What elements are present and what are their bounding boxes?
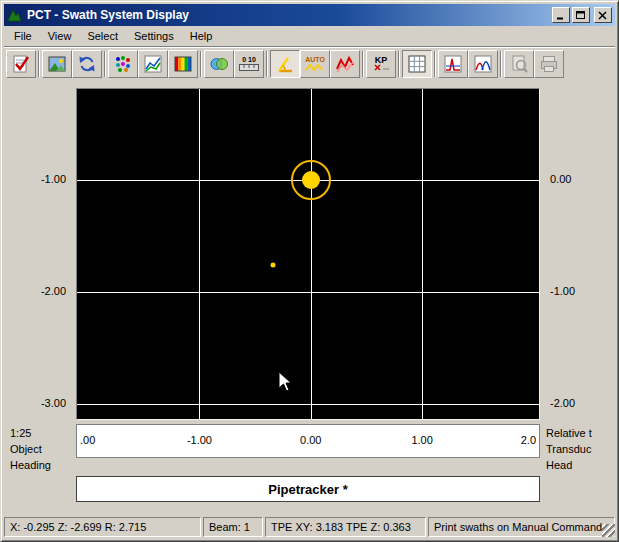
y-tick-label-left: -2.00 bbox=[41, 285, 66, 297]
x-tick-label: 2.0 bbox=[521, 434, 536, 446]
y-tick-label-right: 0.00 bbox=[550, 173, 571, 185]
close-button[interactable] bbox=[594, 7, 612, 23]
resize-grip[interactable] bbox=[602, 524, 615, 537]
spectrum-b-button[interactable] bbox=[468, 50, 498, 78]
status-tpe: TPE XY: 3.183 TPE Z: 0.363 bbox=[265, 517, 426, 537]
auto-mode-button[interactable]: AUTO bbox=[300, 50, 330, 78]
pipetracker-target bbox=[302, 171, 320, 189]
gridline-horizontal bbox=[77, 292, 539, 293]
scatter-view-button[interactable] bbox=[108, 50, 138, 78]
grid-icon bbox=[407, 54, 427, 74]
x-axis-strip: .00-1.000.001.002.0 bbox=[76, 424, 540, 458]
relative-to-label: Relative t bbox=[546, 425, 615, 441]
toolbar-separator bbox=[266, 51, 268, 77]
title-bar[interactable]: PCT - Swath System Display bbox=[4, 4, 615, 26]
profile-chart-button[interactable] bbox=[138, 50, 168, 78]
head-label: Head bbox=[546, 457, 615, 473]
x-tick-label: 1.00 bbox=[411, 434, 432, 446]
kp-button-label: KP bbox=[375, 57, 388, 64]
y-axis-right: 0.00-1.00-2.00 bbox=[542, 89, 615, 419]
toolbar-separator bbox=[500, 51, 502, 77]
mouse-cursor bbox=[278, 371, 292, 392]
y-tick-label-right: -1.00 bbox=[550, 285, 575, 297]
angle-icon bbox=[275, 54, 295, 74]
reference-object-label: Object bbox=[10, 441, 74, 457]
heading-label: Heading bbox=[10, 457, 74, 473]
scale-label: 1:25 bbox=[10, 425, 74, 441]
small-point bbox=[270, 263, 275, 268]
pipetracker-title-box: Pipetracker * bbox=[76, 476, 540, 502]
line-chart-icon bbox=[143, 54, 163, 74]
auto-button-label: AUTO bbox=[305, 56, 325, 63]
status-message: Print swaths on Manual Command bbox=[428, 517, 615, 537]
gridline-vertical bbox=[199, 89, 200, 419]
print-preview-button bbox=[504, 50, 534, 78]
kp-button[interactable]: KP bbox=[366, 50, 396, 78]
y-tick-label-left: -3.00 bbox=[41, 397, 66, 409]
maximize-button[interactable] bbox=[572, 7, 590, 23]
toolbar-separator bbox=[38, 51, 40, 77]
reference-right: Relative t Transduc Head bbox=[546, 425, 615, 473]
toolbar-separator bbox=[362, 51, 364, 77]
scale-button-label: 0 10 bbox=[242, 56, 256, 63]
toolbar-separator bbox=[104, 51, 106, 77]
menu-settings[interactable]: Settings bbox=[126, 28, 182, 45]
status-bar: X: -0.295 Z: -2.699 R: 2.715 Beam: 1 TPE… bbox=[4, 514, 615, 538]
x-tick-label: -1.00 bbox=[187, 434, 212, 446]
printer-icon bbox=[539, 54, 559, 74]
colormap-button[interactable] bbox=[168, 50, 198, 78]
window-title: PCT - Swath System Display bbox=[27, 8, 550, 22]
ruler-icon bbox=[239, 63, 259, 72]
kp-marker-icon bbox=[371, 64, 391, 71]
gridline-horizontal bbox=[77, 404, 539, 405]
refresh-button[interactable] bbox=[72, 50, 102, 78]
app-window: PCT - Swath System Display File View Sel… bbox=[0, 0, 619, 542]
venn-circles-icon bbox=[209, 54, 229, 74]
toolbar: 0 10 AUTO KP bbox=[4, 46, 615, 80]
spectrum-a-button[interactable] bbox=[438, 50, 468, 78]
pipetracker-title: Pipetracker * bbox=[268, 482, 348, 497]
colormap-icon bbox=[173, 54, 193, 74]
angle-mode-button[interactable] bbox=[270, 50, 300, 78]
scale-0-10-button[interactable]: 0 10 bbox=[234, 50, 264, 78]
menu-help[interactable]: Help bbox=[182, 28, 221, 45]
scatter-icon bbox=[113, 54, 133, 74]
x-tick-label: 0.00 bbox=[300, 434, 321, 446]
app-icon bbox=[7, 8, 23, 23]
menu-select[interactable]: Select bbox=[79, 28, 126, 45]
plot-area[interactable] bbox=[76, 88, 540, 420]
wave-icon bbox=[305, 63, 325, 72]
workspace: -1.00-2.00-3.00 0.00-1.00-2.00 .00-1.000… bbox=[4, 80, 615, 514]
print-button bbox=[534, 50, 564, 78]
toolbar-separator bbox=[200, 51, 202, 77]
red-swath-icon bbox=[335, 54, 355, 74]
image-view-button[interactable] bbox=[42, 50, 72, 78]
menu-view[interactable]: View bbox=[40, 28, 80, 45]
image-icon bbox=[47, 54, 67, 74]
y-tick-label-right: -2.00 bbox=[550, 397, 575, 409]
menu-file[interactable]: File bbox=[6, 28, 40, 45]
x-tick-label: .00 bbox=[80, 434, 95, 446]
print-preview-icon bbox=[509, 54, 529, 74]
transducer-label: Transduc bbox=[546, 441, 615, 457]
gridline-vertical bbox=[311, 89, 312, 419]
toolbar-separator bbox=[398, 51, 400, 77]
validate-button[interactable] bbox=[6, 50, 36, 78]
y-axis-left: -1.00-2.00-3.00 bbox=[4, 89, 74, 419]
toolbar-separator bbox=[434, 51, 436, 77]
scale-and-reference-left: 1:25 Object Heading bbox=[10, 425, 74, 473]
spectrum-peak-icon bbox=[443, 54, 463, 74]
grid-toggle-button[interactable] bbox=[402, 50, 432, 78]
gridline-vertical bbox=[422, 89, 423, 419]
status-position: X: -0.295 Z: -2.699 R: 2.715 bbox=[4, 517, 201, 537]
checklist-icon bbox=[11, 54, 31, 74]
refresh-icon bbox=[77, 54, 97, 74]
menu-bar: File View Select Settings Help bbox=[4, 26, 615, 46]
y-tick-label-left: -1.00 bbox=[41, 173, 66, 185]
beam-circles-button[interactable] bbox=[204, 50, 234, 78]
swath-lines-button[interactable] bbox=[330, 50, 360, 78]
status-beam: Beam: 1 bbox=[203, 517, 263, 537]
minimize-button[interactable] bbox=[552, 7, 570, 23]
spectrum-curves-icon bbox=[473, 54, 493, 74]
